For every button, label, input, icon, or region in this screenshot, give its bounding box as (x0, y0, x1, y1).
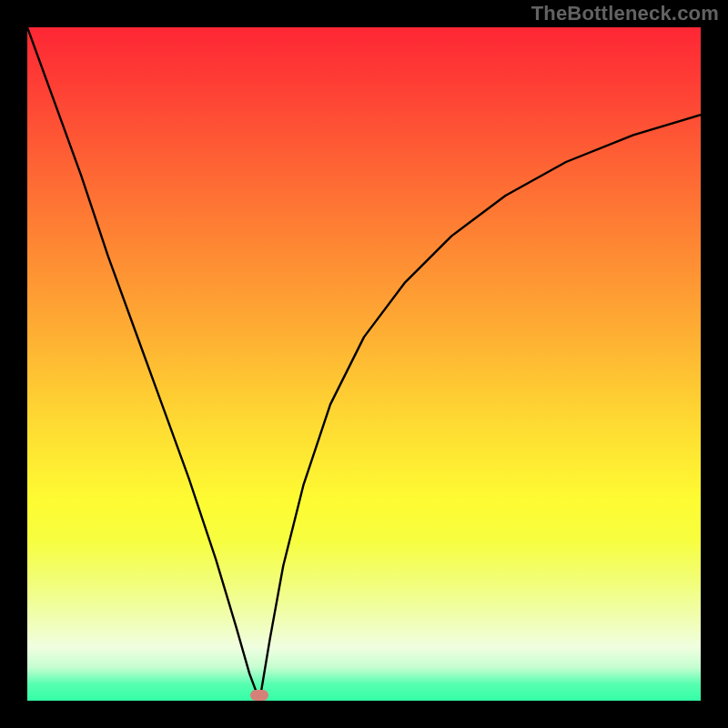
plot-area (27, 27, 701, 701)
minimum-marker (250, 690, 268, 701)
chart-frame: TheBottleneck.com (0, 0, 728, 728)
watermark-text: TheBottleneck.com (531, 2, 719, 25)
bottleneck-curve (27, 27, 701, 701)
curve-svg (27, 27, 701, 701)
